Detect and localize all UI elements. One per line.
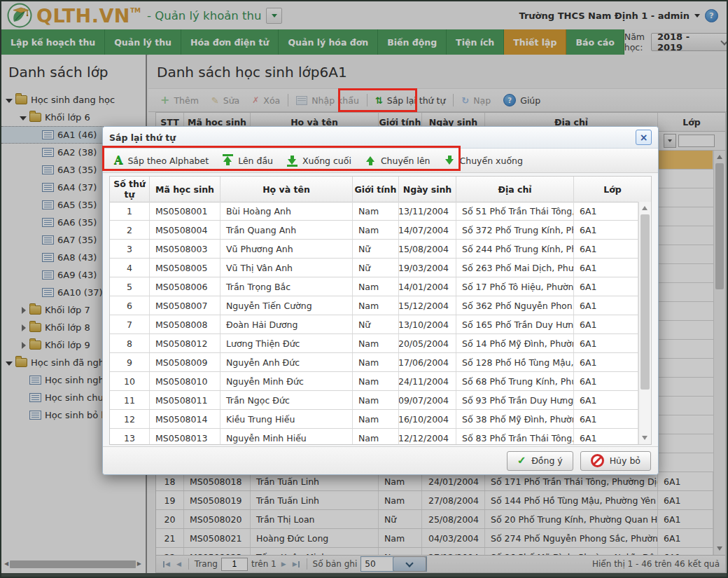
cancel-button[interactable]: Hủy bỏ [580,451,651,471]
cell-student-code: MS0508001 [150,202,220,220]
cell-dob: 14/01/2004 [399,277,456,296]
table-row[interactable]: 7 MS0508008 Đoàn Hải Dương Nữ 13/10/2004… [110,315,638,334]
cell-student-code: MS0508014 [150,410,220,428]
cell-name: Bùi Hoàng Anh [220,202,353,220]
ok-button[interactable]: ✓ Đồng ý [507,451,573,471]
cell-address: Số 38 Phố Mỹ Đình, Phườn... [456,410,574,428]
cell-student-code: MS0508009 [150,353,220,371]
table-row[interactable]: 12 MS0508014 Kiều Trung Hiếu Nam 16/10/2… [110,410,638,429]
cell-student-code: MS0508012 [150,334,220,352]
cell-grade: 6A1 [574,296,638,315]
table-row[interactable]: 9 MS0508009 Nguyễn Anh Đức Nam 17/06/200… [110,353,638,372]
cell-gender: Nam [353,202,399,220]
cell-address: Số 372 Phố Trung Kính, Ph... [456,221,574,239]
cell-address: Số 83 Phố Trần Thái Tông, ... [456,429,574,444]
cell-dob: 15/08/2004 [399,240,456,258]
cell-address: Số 263 Phố Mai Dịch, Phư... [456,259,574,277]
cell-stt: 3 [110,240,150,258]
cell-grade: 6A1 [574,315,638,333]
scroll-down-icon[interactable] [642,436,648,440]
cell-grade: 6A1 [574,221,638,239]
cell-dob: 15/12/2004 [399,296,456,315]
cell-stt: 6 [110,296,150,315]
cell-name: Nguyễn Minh Đức [220,372,353,390]
cell-stt: 12 [110,410,150,428]
cell-address: Số 14 Phố Mỹ Đình, Phườn... [456,334,574,352]
dialog-footer: ✓ Đồng ý Hủy bỏ [103,446,658,474]
table-row[interactable]: 1 MS0508001 Bùi Hoàng Anh Nam 13/11/2004… [110,202,638,221]
cell-dob: 16/10/2004 [399,410,456,428]
cell-grade: 6A1 [574,410,638,428]
cell-stt: 2 [110,221,150,239]
cell-name: Lương Thiện Đức [220,334,353,352]
table-row[interactable]: 11 MS0508011 Trần Ngọc Đức Nam 09/07/200… [110,391,638,410]
cell-dob: 17/06/2004 [399,353,456,371]
cell-stt: 9 [110,353,150,371]
cell-address: Số 362 Phố Nguyễn Phon... [456,296,574,315]
cell-gender: Nam [353,296,399,315]
cell-student-code: MS0508004 [150,221,220,239]
cell-dob: 13/10/2004 [399,315,456,333]
reorder-dialog: Sắp lại thứ tự × A Sắp theo Alphabet Lên… [102,126,659,475]
cell-name: Trần Quang Anh [220,221,353,239]
column-header[interactable]: Số thứ tự [110,177,150,202]
table-row[interactable]: 2 MS0508004 Trần Quang Anh Nam 14/07/200… [110,221,638,240]
cell-student-code: MS0508007 [150,296,220,315]
cell-name: Nguyễn Tiến Cường [220,296,353,315]
cell-name: Vũ Phương Anh [220,240,353,258]
cell-stt: 10 [110,372,150,390]
cell-student-code: MS0508005 [150,259,220,277]
cell-student-code: MS0508006 [150,277,220,296]
cell-gender: Nam [353,391,399,409]
cell-grade: 6A1 [574,240,638,258]
column-header[interactable]: Họ và tên [220,177,353,202]
table-row[interactable]: 5 MS0508006 Trần Trọng Bắc Nam 14/01/200… [110,277,638,296]
column-header[interactable]: Ngày sinh [399,177,456,202]
cell-grade: 6A1 [574,277,638,296]
table-row[interactable]: 4 MS0508005 Vũ Thị Vân Anh Nữ 19/03/2004… [110,259,638,277]
cell-gender: Nam [353,410,399,428]
table-vscrollbar[interactable] [638,202,651,444]
check-icon: ✓ [517,455,526,466]
table-row[interactable]: 8 MS0508012 Lương Thiện Đức Nam 20/05/20… [110,334,638,353]
table-row[interactable]: 6 MS0508007 Nguyễn Tiến Cường Nam 15/12/… [110,296,638,315]
cell-dob: 19/03/2004 [399,259,456,277]
close-icon[interactable]: × [636,130,652,145]
column-header[interactable]: Địa chỉ [456,177,574,202]
cell-grade: 6A1 [574,372,638,390]
cell-gender: Nam [353,429,399,444]
cell-name: Đoàn Hải Dương [220,315,353,333]
table-row[interactable]: 3 MS0508003 Vũ Phương Anh Nữ 15/08/2004 … [110,240,638,259]
column-header[interactable]: Giới tính [353,177,399,202]
table-row[interactable]: 13 MS0508013 Nguyễn Minh Hiếu Nam 12/12/… [110,429,638,444]
cell-gender: Nữ [353,240,399,258]
cell-dob: 14/07/2004 [399,221,456,239]
cell-grade: 6A1 [574,353,638,371]
cell-name: Kiều Trung Hiếu [220,410,353,428]
cell-address: Số 244 Phố Trung Kính, Ph... [456,240,574,258]
cell-dob: 12/12/2004 [399,429,456,444]
cell-gender: Nam [353,353,399,371]
dialog-title: Sắp lại thứ tự [109,132,176,143]
scrollbar-thumb[interactable] [640,214,650,390]
no-entry-icon [591,454,604,467]
reorder-table: Số thứ tựMã học sinhHọ và tênGiới tínhNg… [109,176,652,445]
cell-gender: Nữ [353,259,399,277]
cell-stt: 4 [110,259,150,277]
column-header[interactable]: Mã học sinh [150,177,220,202]
cell-address: Số 17 Phố Tô Hiệu, Phườn... [456,277,574,296]
cell-stt: 8 [110,334,150,352]
cell-address: Số 93 Phố Trần Duy Hưng, ... [456,391,574,409]
cell-gender: Nữ [353,315,399,333]
scroll-up-icon[interactable] [642,206,648,210]
cell-student-code: MS0508003 [150,240,220,258]
cell-address: Số 165 Phố Trần Duy Hưn... [456,315,574,333]
column-header[interactable]: Lớp [574,177,651,202]
table-row[interactable]: 10 MS0508010 Nguyễn Minh Đức Nam 24/11/2… [110,372,638,391]
cell-student-code: MS0508010 [150,372,220,390]
cell-gender: Nam [353,334,399,352]
table-header-row: Số thứ tựMã học sinhHọ và tênGiới tínhNg… [110,177,651,202]
cell-student-code: MS0508008 [150,315,220,333]
cell-student-code: MS0508011 [150,391,220,409]
cell-gender: Nam [353,221,399,239]
